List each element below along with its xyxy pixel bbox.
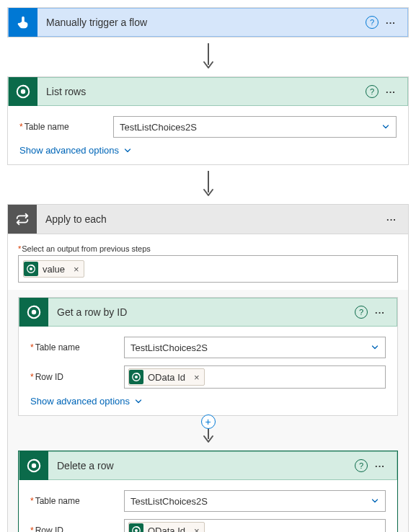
table-name-label: Table name [19, 122, 113, 132]
remove-token-icon[interactable]: × [194, 372, 200, 383]
more-menu-icon[interactable]: ··· [383, 87, 399, 97]
apply-to-each-title: Apply to each [37, 213, 384, 225]
row-id-input[interactable]: OData Id × [124, 519, 386, 532]
trigger-title: Manually trigger a flow [37, 17, 366, 28]
loop-icon [8, 205, 37, 234]
list-rows-card[interactable]: List rows ? ··· Table name TestListChoic… [7, 76, 409, 165]
more-menu-icon[interactable]: ··· [372, 461, 388, 471]
help-icon[interactable]: ? [366, 85, 379, 98]
value-token[interactable]: value × [23, 260, 84, 278]
chevron-down-icon [371, 343, 379, 352]
chevron-down-icon [134, 397, 143, 406]
dataverse-icon [19, 298, 48, 327]
odata-id-token[interactable]: OData Id × [128, 368, 205, 386]
connector-arrow [7, 165, 409, 204]
select-output-input[interactable]: value × [18, 255, 398, 283]
chevron-down-icon [123, 146, 132, 155]
get-row-title: Get a row by ID [48, 306, 355, 318]
row-id-label: Row ID [30, 372, 124, 382]
remove-token-icon[interactable]: × [194, 526, 200, 533]
help-icon[interactable]: ? [355, 459, 368, 472]
trigger-card[interactable]: Manually trigger a flow ? ··· [7, 7, 409, 37]
get-row-card[interactable]: Get a row by ID ? ··· Table name TestLis… [18, 297, 398, 416]
dataverse-icon [129, 523, 143, 532]
table-name-select[interactable]: TestListChoices2S [113, 116, 397, 138]
delete-row-card[interactable]: Delete a row ? ··· Table name TestListCh… [18, 451, 398, 532]
table-name-select[interactable]: TestListChoices2S [124, 490, 386, 512]
more-menu-icon[interactable]: ··· [384, 214, 399, 225]
apply-to-each-scope[interactable]: Apply to each ··· Select an output from … [7, 204, 409, 532]
select-output-label: Select an output from previous steps [18, 244, 398, 253]
add-action-button[interactable]: + [201, 414, 216, 429]
help-icon[interactable]: ? [366, 16, 379, 29]
list-rows-title: List rows [37, 86, 366, 97]
more-menu-icon[interactable]: ··· [372, 307, 388, 318]
show-advanced-link[interactable]: Show advanced options [19, 145, 397, 156]
dataverse-icon [9, 77, 37, 106]
odata-id-token[interactable]: OData Id × [128, 522, 205, 532]
more-menu-icon[interactable]: ··· [383, 17, 399, 28]
help-icon[interactable]: ? [355, 306, 368, 319]
dataverse-icon [24, 262, 38, 276]
table-name-label: Table name [30, 496, 124, 506]
show-advanced-link[interactable]: Show advanced options [30, 396, 386, 407]
chevron-down-icon [381, 123, 390, 131]
row-id-label: Row ID [30, 526, 124, 532]
touch-icon [9, 8, 37, 37]
chevron-down-icon [371, 497, 379, 505]
table-name-select[interactable]: TestListChoices2S [124, 337, 386, 358]
dataverse-icon [19, 451, 48, 480]
dataverse-icon [129, 370, 143, 384]
connector-arrow [7, 37, 409, 76]
delete-row-title: Delete a row [48, 460, 355, 471]
table-name-label: Table name [30, 342, 124, 353]
remove-token-icon[interactable]: × [74, 264, 79, 275]
row-id-input[interactable]: OData Id × [124, 365, 386, 389]
